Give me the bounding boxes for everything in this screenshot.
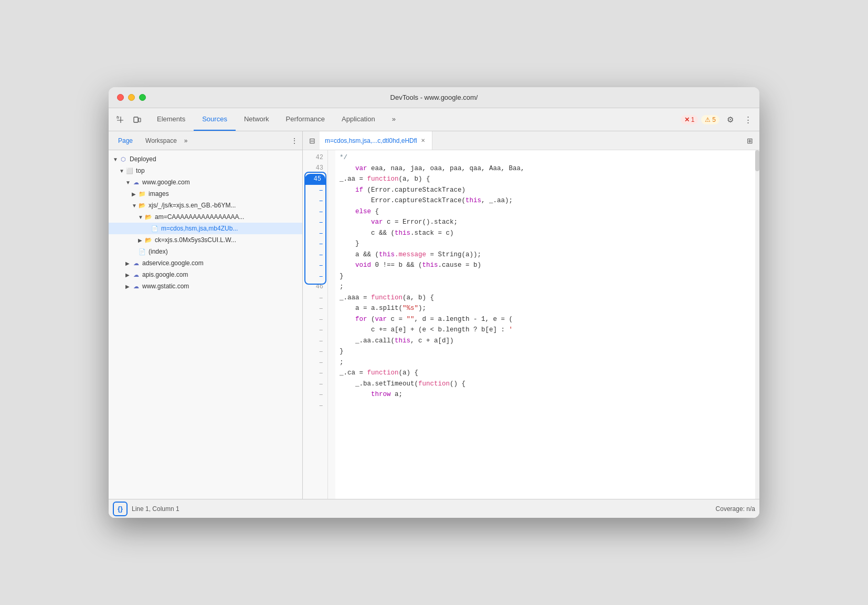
file-icon-index: 📄	[138, 247, 146, 256]
tab-performance[interactable]: Performance	[278, 108, 333, 131]
line-num-43: 43	[303, 163, 327, 174]
line-num-fold2: –	[303, 195, 327, 206]
code-line-for: for ( var c = "" , d = a.length - 1, e =…	[340, 314, 751, 325]
globe-icon-deployed: ⬡	[119, 155, 128, 163]
tree-item-images[interactable]: ▶ 📁 images	[109, 188, 302, 200]
scrollbar-track[interactable]	[755, 150, 759, 499]
tree-item-am[interactable]: ▼ 📂 am=CAAAAAAAAAAAAAAAA...	[109, 211, 302, 223]
tree-item-apis[interactable]: ▶ ☁ apis.google.com	[109, 269, 302, 280]
warning-icon: ⚠	[705, 116, 711, 123]
tab-page[interactable]: Page	[113, 135, 138, 147]
arrow-www-google: ▼	[125, 180, 132, 185]
line-numbers-container: 42 43 45 – – – – – – – – – 46	[303, 150, 328, 499]
devtools-body: Elements Sources Network Performance App…	[109, 108, 759, 518]
code-line-semi: ;	[340, 357, 751, 368]
line-num-fold18: –	[303, 379, 327, 390]
panel-split-icon[interactable]: ⊞	[743, 133, 757, 148]
line-num-fold7: –	[303, 249, 327, 260]
close-button[interactable]	[117, 94, 124, 101]
coverage-label: Coverage: n/a	[716, 505, 755, 513]
device-toolbar-icon[interactable]	[130, 112, 144, 127]
arrow-gstatic: ▶	[125, 284, 132, 289]
sidebar-toggle-icon[interactable]: ⊟	[305, 133, 320, 148]
tab-elements[interactable]: Elements	[149, 108, 194, 131]
minimize-button[interactable]	[128, 94, 135, 101]
globe-icon-apis: ☁	[132, 270, 140, 279]
warning-count-badge[interactable]: ⚠ 5	[701, 115, 719, 124]
code-line-throw: throw a;	[340, 389, 751, 400]
arrow-top: ▼	[119, 168, 125, 174]
code-line-fold4: var c = Error().stack;	[340, 217, 751, 228]
line-num-fold16: –	[303, 357, 327, 368]
line-num-fold1: –	[303, 185, 327, 196]
format-code-button[interactable]: {}	[113, 502, 128, 516]
globe-icon-adservice: ☁	[132, 259, 140, 267]
editor-panel-right: ⊞	[743, 133, 757, 148]
error-x-icon: ✕	[684, 116, 690, 123]
code-line-split: a = a.split( "%s" );	[340, 303, 751, 314]
folder-icon-images: 📁	[138, 190, 146, 198]
tree-item-xjs[interactable]: ▼ 📂 xjs/_/js/k=xjs.s.en_GB.-b6YM...	[109, 200, 302, 211]
code-line-fold1: if (Error.captureStackTrace)	[340, 185, 751, 196]
tab-workspace[interactable]: Workspace	[140, 135, 182, 147]
line-num-fold17: –	[303, 368, 327, 379]
main-area: Page Workspace » ⋮ ▼ ⬡	[109, 131, 759, 499]
editor-tabs: ⊟ m=cdos,hsm,jsa,...c,dtl0hd,eHDfl ✕ ⊞	[303, 131, 759, 150]
code-line-45: _.aa = function (a, b) {	[340, 174, 751, 185]
cursor-position: Line 1, Column 1	[132, 505, 179, 513]
folder-icon-xjs: 📂	[138, 201, 146, 210]
maximize-button[interactable]	[139, 94, 146, 101]
scrollbar-thumb[interactable]	[755, 150, 759, 171]
code-content[interactable]: */ var eaa, naa, jaa, oaa, paa, qaa, Aaa…	[335, 150, 755, 499]
line-num-fold15: –	[303, 346, 327, 357]
line-num-fold6: –	[303, 238, 327, 249]
code-line-fold8: void 0 !== b && ( this .cause = b)	[340, 260, 751, 271]
tab-more[interactable]: »	[384, 108, 404, 131]
editor-tab-mcdos[interactable]: m=cdos,hsm,jsa,...c,dtl0hd,eHDfl ✕	[320, 131, 432, 150]
tree-item-top[interactable]: ▼ ⬜ top	[109, 165, 302, 176]
more-options-icon[interactable]: ⋮	[740, 112, 755, 127]
file-tree: ▼ ⬡ Deployed ▼ ⬜ top ▼ ☁	[109, 150, 302, 499]
line-num-fold11: –	[303, 303, 327, 314]
globe-icon-gstatic: ☁	[132, 282, 140, 290]
select-element-icon[interactable]	[113, 112, 128, 127]
tab-sources[interactable]: Sources	[194, 108, 236, 131]
code-gutter	[328, 150, 335, 499]
tree-item-gstatic[interactable]: ▶ ☁ www.gstatic.com	[109, 280, 302, 292]
arrow-apis: ▶	[125, 272, 132, 278]
arrow-xjs: ▼	[132, 203, 138, 208]
line-num-fold19: –	[303, 389, 327, 400]
titlebar: DevTools - www.google.com/	[109, 87, 759, 108]
tree-item-deployed[interactable]: ▼ ⬡ Deployed	[109, 153, 302, 165]
arrow-adservice: ▶	[125, 260, 132, 266]
window-title: DevTools - www.google.com/	[390, 93, 478, 101]
code-line-fold6: }	[340, 238, 751, 249]
tab-close-button[interactable]: ✕	[419, 137, 427, 144]
code-line-ca: _.ca = function (a) {	[340, 368, 751, 379]
code-editor-panel: ⊟ m=cdos,hsm,jsa,...c,dtl0hd,eHDfl ✕ ⊞ 4…	[303, 131, 759, 499]
svg-rect-2	[139, 118, 141, 122]
tree-item-ck[interactable]: ▶ 📂 ck=xjs.s.0Mx5ys3sCUI.L.W...	[109, 234, 302, 246]
globe-icon-www-google: ☁	[132, 178, 140, 186]
line-num-fold5: –	[303, 228, 327, 239]
tab-network[interactable]: Network	[236, 108, 278, 131]
tab-application[interactable]: Application	[333, 108, 384, 131]
code-line-42: */	[340, 152, 751, 163]
settings-icon[interactable]: ⚙	[723, 112, 737, 127]
tree-item-adservice[interactable]: ▶ ☁ adservice.google.com	[109, 257, 302, 269]
line-num-42: 42	[303, 152, 327, 163]
code-line-fold9: }	[340, 271, 751, 282]
error-count-badge[interactable]: ✕ 1	[681, 115, 698, 124]
statusbar: {} Line 1, Column 1 Coverage: n/a	[109, 499, 759, 518]
line-num-fold13: –	[303, 325, 327, 336]
tree-item-mcdos[interactable]: 📄 m=cdos,hsm,jsa,mb4ZUb...	[109, 223, 302, 234]
panel-actions-icon[interactable]: ⋮	[291, 137, 298, 145]
tree-item-www-google[interactable]: ▼ ☁ www.google.com	[109, 176, 302, 188]
code-line-fold3: else {	[340, 206, 751, 217]
code-line-settimeout: _.ba.setTimeout( function () {	[340, 379, 751, 390]
code-line-43: var eaa, naa, jaa, oaa, paa, qaa, Aaa, B…	[340, 163, 751, 174]
panel-tabs-more[interactable]: »	[184, 137, 188, 144]
line-num-fold14: –	[303, 336, 327, 347]
code-area: 42 43 45 – – – – – – – – – 46	[303, 150, 759, 499]
tree-item-index[interactable]: 📄 (index)	[109, 246, 302, 257]
